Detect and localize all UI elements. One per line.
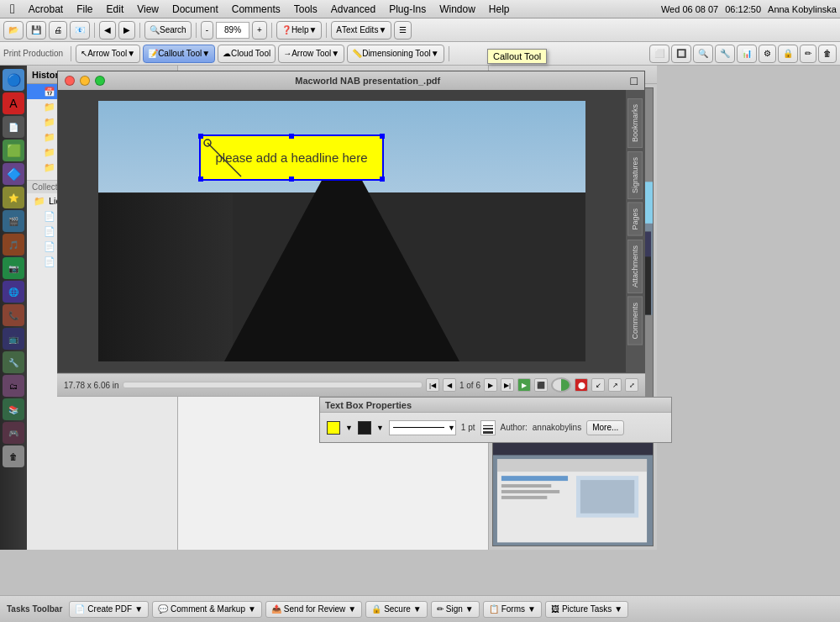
dock-icon-trash[interactable]: 🗑 bbox=[3, 445, 24, 467]
line-style-selector[interactable]: ▼ bbox=[389, 420, 456, 435]
create-pdf-btn[interactable]: 📄 Create PDF ▼ bbox=[69, 601, 149, 618]
dimensioning-tool-btn[interactable]: 📏 Dimensioning Tool ▼ bbox=[347, 45, 444, 63]
swatch-arrow[interactable]: ▼ bbox=[345, 424, 353, 432]
pdf-content-area[interactable]: Bookmarks Signatures Pages Attachments C… bbox=[58, 90, 644, 372]
stroke-arrow[interactable]: ▼ bbox=[376, 424, 384, 432]
nav-extra2-btn[interactable]: ↗ bbox=[608, 378, 622, 392]
pdf-tab-attachments[interactable]: Attachments bbox=[627, 240, 643, 293]
nav-extra1-btn[interactable]: ↙ bbox=[591, 378, 605, 392]
nav-first-btn[interactable]: |◀ bbox=[426, 378, 439, 392]
handle-br[interactable] bbox=[380, 177, 385, 182]
menu-help[interactable]: Help bbox=[482, 2, 517, 17]
dock-icon-5[interactable]: 🎬 bbox=[3, 210, 24, 232]
dock-icon-6[interactable]: 🎵 bbox=[3, 234, 24, 256]
nav-prev-btn[interactable]: ◀ bbox=[443, 378, 456, 392]
menu-comments[interactable]: Comments bbox=[225, 2, 287, 17]
comment-markup-btn[interactable]: 💬 Comment & Markup ▼ bbox=[152, 601, 262, 618]
menu-document[interactable]: Document bbox=[165, 2, 225, 17]
picture-tasks-arrow[interactable]: ▼ bbox=[614, 604, 622, 614]
nav-play-btn[interactable]: ▶ bbox=[517, 378, 531, 392]
pdf-resize-icon[interactable]: □ bbox=[631, 74, 638, 87]
picture-tasks-btn[interactable]: 🖼 Picture Tasks ▼ bbox=[545, 601, 628, 618]
tool-icon-4[interactable]: 🔧 bbox=[715, 45, 735, 63]
dock-icon-4[interactable]: ⭐ bbox=[3, 187, 24, 208]
dock-icon-13[interactable]: 📚 bbox=[3, 398, 24, 420]
more-button[interactable]: More... bbox=[586, 420, 624, 435]
pdf-minimize-btn[interactable] bbox=[80, 76, 90, 86]
dock-icon-3[interactable]: 🔷 bbox=[3, 163, 24, 185]
line-style-arrow[interactable]: ▼ bbox=[448, 424, 455, 432]
create-pdf-arrow[interactable]: ▼ bbox=[134, 604, 143, 614]
nav-next-btn[interactable]: ▶ bbox=[484, 378, 497, 392]
dock-icon-8[interactable]: 🌐 bbox=[3, 281, 24, 303]
menu-view[interactable]: View bbox=[130, 2, 165, 17]
pdf-close-btn[interactable] bbox=[65, 76, 75, 86]
fill-color-swatch[interactable] bbox=[327, 421, 340, 435]
callout-tool-btn[interactable]: 📝 Callout Tool ▼ bbox=[143, 45, 215, 63]
toolbar-email-btn[interactable]: 📧 bbox=[70, 21, 90, 40]
nav-extra3-btn[interactable]: ⤢ bbox=[625, 378, 638, 392]
toolbar-extra-btn[interactable]: ☰ bbox=[394, 21, 412, 40]
secure-btn[interactable]: 🔒 Secure ▼ bbox=[365, 601, 428, 618]
toolbar-back-btn[interactable]: ◀ bbox=[99, 21, 116, 40]
dock-icon-11[interactable]: 🔧 bbox=[3, 351, 24, 373]
toolbar-search-btn[interactable]: 🔍 Search bbox=[144, 21, 192, 40]
dock-icon-2[interactable]: 🟩 bbox=[3, 140, 24, 161]
menu-window[interactable]: Window bbox=[433, 2, 482, 17]
pdf-maximize-btn[interactable] bbox=[95, 76, 105, 86]
apple-menu[interactable]:  bbox=[3, 0, 22, 18]
toolbar-zoom-out-btn[interactable]: - bbox=[201, 21, 213, 40]
arrow-tool2-btn[interactable]: → Arrow Tool ▼ bbox=[278, 45, 344, 63]
toolbar-zoom-in-btn[interactable]: + bbox=[252, 21, 267, 40]
arrow-tool-btn[interactable]: ↖ Arrow Tool ▼ bbox=[76, 45, 140, 63]
forms-btn[interactable]: 📋 Forms ▼ bbox=[483, 601, 542, 618]
send-review-arrow[interactable]: ▼ bbox=[348, 604, 356, 614]
line-width-icons[interactable] bbox=[480, 420, 496, 435]
tool-icon-7[interactable]: 🔒 bbox=[778, 45, 798, 63]
menu-file[interactable]: File bbox=[70, 2, 99, 17]
nav-last-btn[interactable]: ▶| bbox=[501, 378, 514, 392]
tool-icon-6[interactable]: ⚙ bbox=[759, 45, 776, 63]
pdf-tab-comments[interactable]: Comments bbox=[627, 297, 643, 345]
menu-advanced[interactable]: Advanced bbox=[324, 2, 382, 17]
dock-icon-14[interactable]: 🎮 bbox=[3, 422, 24, 444]
dock-icon-12[interactable]: 🗂 bbox=[3, 375, 24, 397]
menu-tools[interactable]: Tools bbox=[287, 2, 324, 17]
menu-edit[interactable]: Edit bbox=[100, 2, 131, 17]
handle-tm[interactable] bbox=[289, 134, 294, 139]
nav-rec-btn[interactable]: ⬤ bbox=[575, 378, 588, 392]
dock-icon-10[interactable]: 📺 bbox=[3, 328, 24, 350]
toolbar-open-btn[interactable]: 📂 bbox=[3, 21, 24, 40]
send-review-btn[interactable]: 📤 Send for Review ▼ bbox=[265, 601, 362, 618]
pdf-scrollbar[interactable] bbox=[123, 382, 423, 388]
secure-arrow[interactable]: ▼ bbox=[413, 604, 422, 614]
zoom-input[interactable] bbox=[216, 22, 249, 39]
nav-stop-btn[interactable]: ⬛ bbox=[534, 378, 548, 392]
pdf-tab-bookmarks[interactable]: Bookmarks bbox=[627, 98, 643, 148]
dock-icon-7[interactable]: 📷 bbox=[3, 257, 24, 279]
pdf-tab-signatures[interactable]: Signatures bbox=[627, 151, 643, 199]
dock-icon-9[interactable]: 📞 bbox=[3, 304, 24, 326]
sign-btn[interactable]: ✏ Sign ▼ bbox=[431, 601, 480, 618]
tool-icon-2[interactable]: 🔲 bbox=[671, 45, 691, 63]
toolbar-fwd-btn[interactable]: ▶ bbox=[118, 21, 135, 40]
forms-arrow[interactable]: ▼ bbox=[528, 604, 536, 614]
toolbar-help-btn[interactable]: ❓ Help ▼ bbox=[276, 21, 322, 40]
comment-arrow[interactable]: ▼ bbox=[248, 604, 256, 614]
dock-icon-1[interactable]: 📄 bbox=[3, 116, 24, 138]
menu-plugins[interactable]: Plug-Ins bbox=[382, 2, 433, 17]
handle-bm[interactable] bbox=[289, 177, 294, 182]
stroke-color-swatch[interactable] bbox=[358, 421, 371, 435]
tool-icon-8[interactable]: ✏ bbox=[800, 45, 816, 63]
tool-icon-1[interactable]: ⬜ bbox=[649, 45, 669, 63]
dock-icon-finder[interactable]: 🔵 bbox=[3, 69, 24, 91]
toolbar-print-btn[interactable]: 🖨 bbox=[49, 21, 67, 40]
dock-icon-acrobat[interactable]: A bbox=[3, 92, 24, 114]
toolbar-text-edits-btn[interactable]: A Text Edits ▼ bbox=[331, 21, 391, 40]
toolbar-save-btn[interactable]: 💾 bbox=[26, 21, 46, 40]
sign-arrow[interactable]: ▼ bbox=[465, 604, 474, 614]
handle-tr[interactable] bbox=[380, 134, 385, 139]
tool-icon-9[interactable]: 🗑 bbox=[818, 45, 837, 63]
tool-icon-3[interactable]: 🔍 bbox=[693, 45, 713, 63]
menu-acrobat[interactable]: Acrobat bbox=[22, 2, 70, 17]
